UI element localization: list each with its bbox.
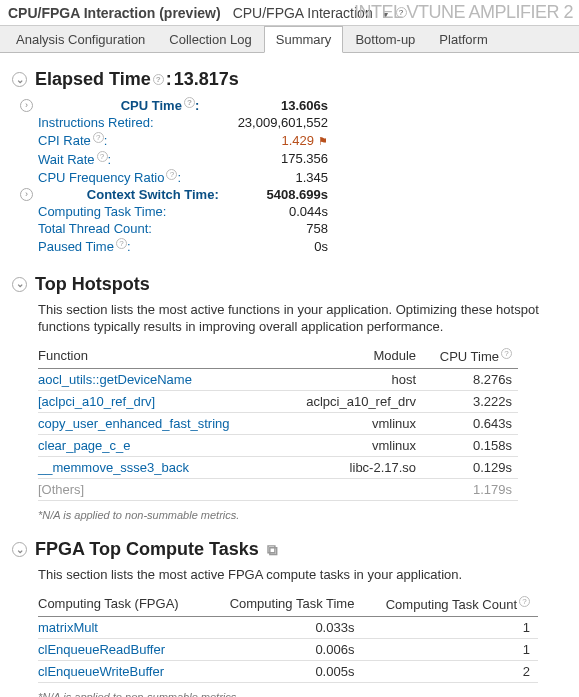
metric-row: Wait Rate?:175.356: [38, 150, 328, 168]
help-icon[interactable]: ?: [116, 238, 127, 249]
tab-bottom-up[interactable]: Bottom-up: [343, 26, 427, 52]
expand-icon[interactable]: ›: [20, 188, 33, 201]
fpga-tasks-desc: This section lists the most active FPGA …: [38, 566, 567, 584]
help-icon[interactable]: ?: [184, 97, 195, 108]
function-link[interactable]: aocl_utils::getDeviceName: [38, 369, 280, 391]
collapse-icon[interactable]: ⌄: [12, 277, 27, 292]
task-count-cell: 2: [362, 660, 538, 682]
cputime-cell: 1.179s: [422, 479, 518, 501]
help-icon[interactable]: ?: [97, 151, 108, 162]
tab-summary[interactable]: Summary: [264, 26, 344, 53]
metric-row: CPI Rate?:1.429⚑: [38, 131, 328, 149]
function-link[interactable]: [aclpci_a10_ref_drv]: [38, 391, 280, 413]
table-row: copy_user_enhanced_fast_stringvmlinux0.6…: [38, 413, 518, 435]
metric-label[interactable]: CPI Rate?:: [38, 132, 107, 148]
metric-value: 5408.699s: [267, 187, 328, 202]
table-row: clEnqueueReadBuffer0.006s1: [38, 638, 538, 660]
metric-label[interactable]: Instructions Retired:: [38, 115, 154, 130]
task-time-cell: 0.033s: [209, 616, 362, 638]
metric-label[interactable]: CPU Frequency Ratio?:: [38, 169, 181, 185]
col-header: Function: [38, 344, 280, 369]
metric-label[interactable]: CPU Time?:: [121, 97, 200, 113]
metric-row: ›Context Switch Time:5408.699s: [20, 186, 328, 203]
metric-label[interactable]: Computing Task Time:: [38, 204, 166, 219]
cputime-cell: 3.222s: [422, 391, 518, 413]
top-hotspots-desc: This section lists the most active funct…: [38, 301, 567, 336]
fpga-table: Computing Task (FPGA)Computing Task Time…: [38, 592, 538, 683]
help-icon[interactable]: ?: [93, 132, 104, 143]
module-cell: vmlinux: [280, 435, 422, 457]
top-hotspots-label: Top Hotspots: [35, 274, 150, 295]
task-time-cell: 0.006s: [209, 638, 362, 660]
metric-row: Total Thread Count:758: [38, 220, 328, 237]
tab-collection-log[interactable]: Collection Log: [157, 26, 263, 52]
metric-value: 1.345: [295, 170, 328, 185]
module-cell: vmlinux: [280, 413, 422, 435]
fpga-tasks-label: FPGA Top Compute Tasks: [35, 539, 259, 560]
cputime-cell: 0.129s: [422, 457, 518, 479]
title-bar: CPU/FPGA Interaction (preview) CPU/FPGA …: [0, 0, 579, 26]
help-icon[interactable]: ?: [501, 348, 512, 359]
metric-label[interactable]: Total Thread Count:: [38, 221, 152, 236]
table-row: aocl_utils::getDeviceNamehost8.276s: [38, 369, 518, 391]
collapse-icon[interactable]: ⌄: [12, 542, 27, 557]
function-cell[interactable]: [Others]: [38, 479, 280, 501]
table-row: matrixMult0.033s1: [38, 616, 538, 638]
cputime-cell: 0.158s: [422, 435, 518, 457]
help-icon[interactable]: ?: [519, 596, 530, 607]
top-hotspots-heading: ⌄ Top Hotspots: [12, 274, 567, 295]
function-link[interactable]: __memmove_ssse3_back: [38, 457, 280, 479]
metric-value: 13.606s: [281, 98, 328, 113]
metric-value: 0s: [314, 239, 328, 254]
task-link[interactable]: matrixMult: [38, 616, 209, 638]
metric-row: Instructions Retired:23,009,601,552: [38, 114, 328, 131]
table-row-others: [Others]1.179s: [38, 479, 518, 501]
help-icon[interactable]: ?: [166, 169, 177, 180]
elapsed-metrics: ›CPU Time?:13.606sInstructions Retired:2…: [38, 96, 328, 256]
col-header: Computing Task Time: [209, 592, 362, 617]
tab-platform[interactable]: Platform: [427, 26, 499, 52]
metric-row: Paused Time?:0s: [38, 237, 328, 255]
fpga-note: *N/A is applied to non-summable metrics.: [38, 691, 567, 697]
task-count-cell: 1: [362, 638, 538, 660]
tab-analysis-configuration[interactable]: Analysis Configuration: [4, 26, 157, 52]
cputime-cell: 0.643s: [422, 413, 518, 435]
hotspots-table: FunctionModuleCPU Time?aocl_utils::getDe…: [38, 344, 518, 501]
function-link[interactable]: clear_page_c_e: [38, 435, 280, 457]
table-row: clEnqueueWriteBuffer0.005s2: [38, 660, 538, 682]
summary-content: ⌄ Elapsed Time ? : 13.817s ›CPU Time?:13…: [0, 53, 579, 697]
col-header: Module: [280, 344, 422, 369]
table-row: [aclpci_a10_ref_drv]aclpci_a10_ref_drv3.…: [38, 391, 518, 413]
metric-row: Computing Task Time:0.044s: [38, 203, 328, 220]
tab-bar: Analysis ConfigurationCollection LogSumm…: [0, 26, 579, 53]
hotspots-note: *N/A is applied to non-summable metrics.: [38, 509, 567, 521]
task-link[interactable]: clEnqueueWriteBuffer: [38, 660, 209, 682]
col-header: Computing Task Count?: [362, 592, 538, 617]
module-cell: host: [280, 369, 422, 391]
metric-label[interactable]: Paused Time?:: [38, 238, 131, 254]
breadcrumb-label: CPU/FPGA Interaction: [233, 5, 373, 21]
collapse-icon[interactable]: ⌄: [12, 72, 27, 87]
metric-label[interactable]: Wait Rate?:: [38, 151, 111, 167]
task-count-cell: 1: [362, 616, 538, 638]
copy-icon[interactable]: ⧉: [267, 541, 278, 559]
metric-label[interactable]: Context Switch Time:: [87, 187, 219, 202]
col-header: Computing Task (FPGA): [38, 592, 209, 617]
product-brand: INTEL VTUNE AMPLIFIER 2: [354, 2, 573, 23]
function-link[interactable]: copy_user_enhanced_fast_string: [38, 413, 280, 435]
metric-value: 758: [306, 221, 328, 236]
elapsed-time-value: 13.817s: [174, 69, 239, 90]
expand-icon[interactable]: ›: [20, 99, 33, 112]
module-cell: aclpci_a10_ref_drv: [280, 391, 422, 413]
metric-value: 1.429⚑: [281, 133, 328, 148]
table-row: clear_page_c_evmlinux0.158s: [38, 435, 518, 457]
help-icon[interactable]: ?: [153, 74, 164, 85]
elapsed-time-label: Elapsed Time: [35, 69, 151, 90]
module-cell: libc-2.17.so: [280, 457, 422, 479]
cputime-cell: 8.276s: [422, 369, 518, 391]
metric-value: 0.044s: [289, 204, 328, 219]
task-link[interactable]: clEnqueueReadBuffer: [38, 638, 209, 660]
flag-icon: ⚑: [318, 135, 328, 147]
metric-row: CPU Frequency Ratio?:1.345: [38, 168, 328, 186]
view-title: CPU/FPGA Interaction (preview): [8, 5, 221, 21]
